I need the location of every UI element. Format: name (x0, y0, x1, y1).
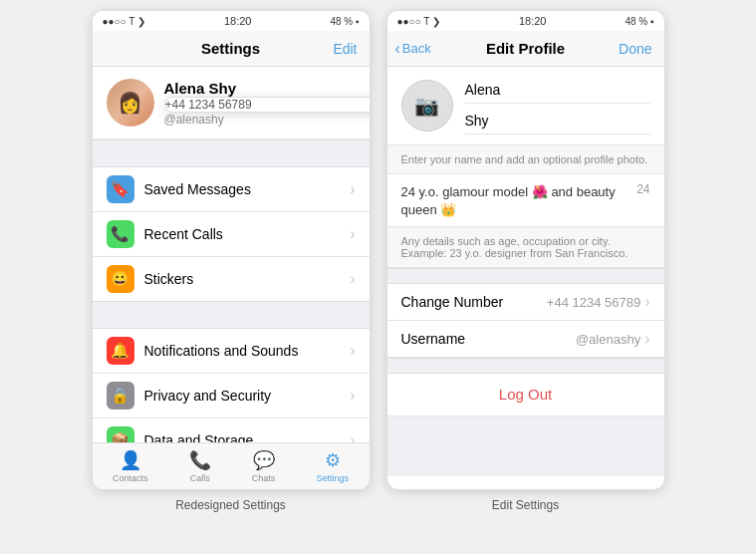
saved-chevron-icon: › (350, 180, 355, 198)
first-name-field[interactable]: Alena (465, 77, 650, 104)
chats-tab-icon: 💬 (253, 449, 275, 471)
privacy-label: Privacy and Security (144, 388, 351, 404)
profile-name: Alena Shy (164, 80, 370, 97)
menu-item-stickers[interactable]: 😀 Stickers › (93, 257, 370, 301)
bottom-space (387, 416, 664, 476)
change-number-value: +44 1234 56789 (547, 295, 640, 310)
username-value: @alenashy (576, 332, 640, 347)
menu-item-data[interactable]: 📦 Data and Storage › (93, 418, 370, 442)
right-status-left: ●●○○ T ❯ (397, 16, 440, 27)
captions: Redesigned Settings Edit Settings (92, 498, 665, 512)
menu-group-2: 🔔 Notifications and Sounds › 🔒 Privacy a… (93, 329, 370, 442)
bio-count: 24 (636, 182, 649, 196)
left-status-bar: ●●○○ T ❯ 18:20 48 % ▪ (93, 11, 370, 31)
edit-profile-header: 📷 Alena Shy (387, 67, 664, 145)
first-name-value: Alena (465, 82, 501, 98)
back-label: Back (402, 41, 431, 56)
bio-hint-text: Any details such as age, occupation or c… (401, 235, 629, 259)
saved-icon: 🔖 (107, 175, 134, 203)
settings-tab-icon: ⚙ (325, 449, 341, 471)
change-number-row[interactable]: Change Number +44 1234 56789 › (387, 284, 664, 321)
name-fields: Alena Shy (465, 77, 650, 135)
menu-item-saved[interactable]: 🔖 Saved Messages › (93, 167, 370, 212)
left-status-left: ●●○○ T ❯ (103, 16, 145, 27)
back-button[interactable]: ‹ Back (395, 40, 431, 58)
profile-section[interactable]: 👩 Alena Shy +44 1234 56789 @alenashy › (93, 67, 370, 139)
divider-2 (93, 301, 370, 329)
last-name-value: Shy (465, 113, 489, 129)
right-caption: Edit Settings (386, 498, 665, 512)
calls-tab-label: Calls (190, 473, 210, 483)
bio-hint: Any details such as age, occupation or c… (387, 227, 664, 268)
menu-item-privacy[interactable]: 🔒 Privacy and Security › (93, 374, 370, 418)
profile-username: @alenashy (164, 113, 370, 127)
right-status-right: 48 % ▪ (625, 16, 653, 27)
menu-item-notifications[interactable]: 🔔 Notifications and Sounds › (93, 329, 370, 374)
left-status-time: 18:20 (224, 15, 252, 27)
tab-contacts[interactable]: 👤 Contacts (103, 447, 158, 485)
left-phone: ●●○○ T ❯ 18:20 48 % ▪ Settings Edit 👩 Al… (92, 10, 371, 490)
done-button[interactable]: Done (619, 41, 651, 57)
stickers-label: Stickers (144, 271, 351, 287)
right-nav-bar: ‹ Back Edit Profile Done (387, 31, 664, 67)
calls-tab-icon: 📞 (189, 449, 211, 471)
privacy-icon: 🔒 (107, 382, 134, 410)
tab-chats[interactable]: 💬 Chats (242, 447, 286, 485)
menu-group-1: 🔖 Saved Messages › 📞 Recent Calls › 😀 St… (93, 167, 370, 301)
notifications-label: Notifications and Sounds (144, 343, 351, 359)
right-phone: ●●○○ T ❯ 18:20 48 % ▪ ‹ Back Edit Profil… (386, 10, 665, 490)
data-chevron-icon: › (350, 431, 355, 442)
username-row[interactable]: Username @alenashy › (387, 321, 664, 358)
change-number-label: Change Number (401, 294, 547, 310)
back-chevron-icon: ‹ (395, 40, 400, 58)
avatar: 👩 (107, 79, 154, 127)
left-edit-button[interactable]: Edit (333, 41, 357, 57)
bio-row[interactable]: 24 24 y.o. glamour model 🌺 and beauty qu… (387, 174, 664, 227)
menu-item-calls[interactable]: 📞 Recent Calls › (93, 212, 370, 257)
profile-phone: +44 1234 56789 (164, 97, 370, 113)
tab-settings[interactable]: ⚙ Settings (306, 447, 359, 485)
camera-icon: 📷 (414, 94, 439, 118)
change-number-chevron-icon: › (644, 293, 649, 311)
right-nav-title: Edit Profile (486, 40, 565, 57)
right-status-bar: ●●○○ T ❯ 18:20 48 % ▪ (387, 11, 664, 31)
profile-info: Alena Shy +44 1234 56789 @alenashy (164, 80, 370, 127)
stickers-chevron-icon: › (350, 270, 355, 288)
chats-tab-label: Chats (252, 473, 276, 483)
calls-chevron-icon: › (350, 225, 355, 243)
profile-photo-button[interactable]: 📷 (401, 80, 453, 132)
left-nav-bar: Settings Edit (93, 31, 370, 67)
logout-row[interactable]: Log Out (387, 374, 664, 416)
last-name-field[interactable]: Shy (465, 108, 650, 135)
stickers-icon: 😀 (107, 265, 134, 293)
divider-before-number (387, 268, 664, 284)
name-hint: Enter your name and add an optional prof… (387, 145, 664, 174)
tab-bar: 👤 Contacts 📞 Calls 💬 Chats ⚙ Settings (93, 442, 370, 489)
bio-text: 24 y.o. glamour model 🌺 and beauty queen… (401, 184, 616, 217)
logout-button[interactable]: Log Out (499, 386, 552, 403)
left-nav-title: Settings (201, 40, 260, 57)
calls-label: Recent Calls (144, 226, 351, 242)
contacts-tab-label: Contacts (113, 473, 148, 483)
calls-icon: 📞 (107, 220, 134, 248)
right-status-time: 18:20 (519, 15, 547, 27)
divider-before-logout (387, 358, 664, 374)
left-status-right: 48 % ▪ (330, 16, 359, 27)
tab-calls[interactable]: 📞 Calls (179, 447, 221, 485)
left-caption: Redesigned Settings (92, 498, 371, 512)
divider-1 (93, 139, 370, 167)
privacy-chevron-icon: › (350, 387, 355, 405)
username-chevron-icon: › (644, 330, 649, 348)
notifications-chevron-icon: › (350, 342, 355, 360)
saved-label: Saved Messages (144, 181, 351, 197)
data-label: Data and Storage (144, 432, 351, 442)
contacts-tab-icon: 👤 (120, 449, 141, 471)
settings-tab-label: Settings (316, 473, 349, 483)
data-icon: 📦 (107, 426, 134, 442)
username-label: Username (401, 331, 576, 347)
notifications-icon: 🔔 (107, 337, 134, 365)
